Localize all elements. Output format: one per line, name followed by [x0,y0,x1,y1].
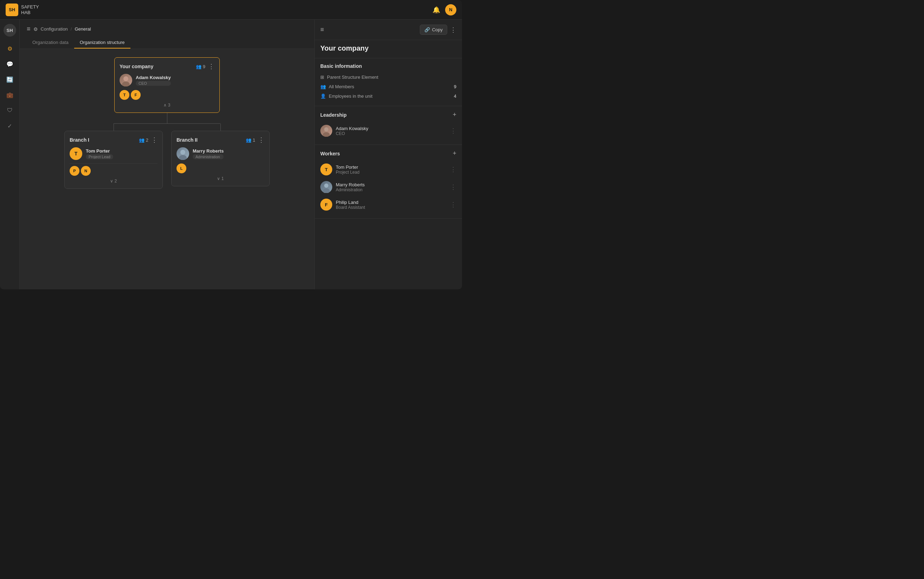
branch1-expand[interactable]: ∨ 2 [70,178,157,183]
branch2-person-info: Marry Roberts Administration [193,148,224,159]
tom-porter-worker-role: Project Lead [336,170,359,175]
svg-point-3 [179,155,187,160]
branch1-avatar-p: P [70,166,80,176]
root-card-count: 👥 9 [196,64,205,69]
marry-roberts-worker-avatar [320,181,332,193]
bell-icon[interactable]: 🔔 [432,6,440,14]
basic-info-title: Basic information [320,63,362,69]
logo-initials: SH [9,7,15,12]
breadcrumb-config[interactable]: Configuration [41,26,68,32]
branch1-title: Branch I [70,137,89,143]
branches-row: Branch I 👥 2 ⋮ T [64,124,270,189]
root-person-info: Adam Kowalsky CEO [136,75,171,86]
all-members-row: 👥 All Members 9 [320,82,456,92]
philip-land-left: F Philip Land Board Assistant [320,199,365,211]
breadcrumb-current: General [75,26,91,32]
right-panel: ≡ 🔗 Copy ⋮ Your company Basic informatio… [314,20,462,290]
panel-menu-icon[interactable]: ≡ [320,26,324,33]
branch1-card[interactable]: Branch I 👥 2 ⋮ T [64,131,163,189]
basic-info-section: Basic information ⊞ Parent Structure Ele… [315,58,462,106]
svg-point-0 [123,76,128,81]
tab-org-data[interactable]: Organization data [27,37,74,49]
marry-roberts-worker-row: Marry Roberts Administration ⋮ [320,178,456,196]
svg-point-5 [323,132,330,137]
adam-kowalsky-role: CEO [336,131,368,136]
philip-land-more-icon[interactable]: ⋮ [450,201,456,208]
philip-land-worker-role: Board Assistant [336,205,365,210]
branch2-card[interactable]: Branch II 👥 1 ⋮ [171,131,270,186]
marry-roberts-worker-info: Marry Roberts Administration [336,182,365,192]
panel-title: Your company [315,40,462,58]
branch2-vline [221,124,221,131]
branch2-count: 👥 1 [246,137,255,143]
svg-point-7 [323,188,330,193]
root-person-role: CEO [136,81,171,86]
sidebar-icon-shield[interactable]: 🛡 [3,104,16,117]
marry-roberts-worker-name: Marry Roberts [336,182,365,187]
branch1-person-info: Tom Porter Project Lead [86,148,113,159]
adam-kowalsky-info: Adam Kowalsky CEO [336,126,368,136]
leadership-add-icon[interactable]: + [453,111,456,118]
breadcrumb-menu-icon[interactable]: ≡ [27,25,31,33]
employees-unit-row: 👤 Employees in the unit 4 [320,92,456,101]
sidebar-logo-avatar[interactable]: SH [3,24,16,36]
people-icon-b2: 👥 [246,137,252,143]
tom-porter-worker-info: Tom Porter Project Lead [336,165,359,175]
root-org-card[interactable]: Your company 👥 9 ⋮ [114,57,220,113]
copy-button[interactable]: 🔗 Copy [420,25,447,35]
sidebar-icon-refresh[interactable]: 🔄 [3,73,16,86]
root-card-header: Your company 👥 9 ⋮ [119,62,214,70]
all-members-label: 👥 All Members [320,84,354,89]
marry-roberts-worker-role: Administration [336,187,365,192]
panel-more-icon[interactable]: ⋮ [450,26,456,34]
sidebar-icon-briefcase[interactable]: 💼 [3,88,16,101]
root-person-name: Adam Kowalsky [136,75,171,80]
philip-land-worker-info: Philip Land Board Assistant [336,200,365,210]
leadership-header: Leadership + [320,111,456,118]
link-icon: 🔗 [424,27,430,32]
adam-kowalsky-panel-avatar [320,125,332,137]
left-sidebar: SH ⚙ 💬 🔄 💼 🛡 ✓ [0,20,20,290]
all-members-value: 9 [454,84,456,89]
adam-kowalsky-name: Adam Kowalsky [336,126,368,131]
user-avatar[interactable]: N [445,4,456,15]
adam-kowalsky-avatar [119,74,132,87]
root-v-line [167,113,167,123]
branch1-header: Branch I 👥 2 ⋮ [70,136,157,144]
tom-porter-left: T Tom Porter Project Lead [320,164,359,175]
workers-header: Workers + [320,150,456,157]
avatar-t: T [119,90,129,100]
workers-title: Workers [320,151,340,157]
branch2-person-name: Marry Roberts [193,148,224,154]
adam-kowalsky-more-icon[interactable]: ⋮ [450,127,456,135]
page-tabs: Organization data Organization structure [27,37,307,49]
parent-structure-row: ⊞ Parent Structure Element [320,72,456,82]
tree-container: Your company 👥 9 ⋮ [28,57,306,189]
basic-info-header: Basic information [320,63,456,69]
branch2-avatars: L [177,164,264,173]
sidebar-icon-check[interactable]: ✓ [3,119,16,132]
sidebar-icon-settings[interactable]: ⚙ [3,42,16,55]
workers-add-icon[interactable]: + [453,150,456,157]
branch2-menu-icon[interactable]: ⋮ [258,136,264,144]
root-card-avatars: T F [119,90,214,100]
root-card-menu-icon[interactable]: ⋮ [208,62,214,70]
branch2-expand[interactable]: ∨ 1 [177,176,264,181]
tom-porter-avatar: T [70,147,82,160]
branch1-meta: 👥 2 ⋮ [139,136,157,144]
adam-kowalsky-row: Adam Kowalsky CEO ⋮ [320,122,456,139]
tom-porter-more-icon[interactable]: ⋮ [450,165,456,173]
svg-point-6 [324,183,329,188]
branch2-wrap: Branch II 👥 1 ⋮ [171,124,270,186]
leadership-title: Leadership [320,112,347,118]
panel-actions: 🔗 Copy ⋮ [420,25,456,35]
sidebar-icon-chat[interactable]: 💬 [3,58,16,70]
branch1-person-role: Project Lead [86,154,113,159]
branch1-menu-icon[interactable]: ⋮ [151,136,157,144]
branch1-wrap: Branch I 👥 2 ⋮ T [64,124,163,189]
members-icon: 👥 [320,84,326,89]
root-card-expand[interactable]: ∧ 3 [119,103,214,108]
tab-org-structure[interactable]: Organization structure [74,37,131,49]
marry-roberts-more-icon[interactable]: ⋮ [450,183,456,191]
branch1-avatar-n: N [81,166,91,176]
